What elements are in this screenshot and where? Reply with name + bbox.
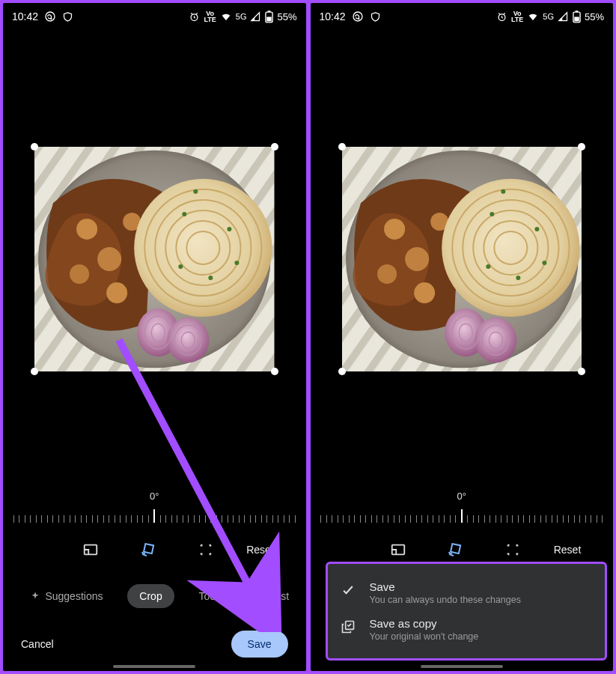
crop-area[interactable] xyxy=(342,147,582,371)
reset-button[interactable]: Reset xyxy=(246,544,274,556)
svg-point-12 xyxy=(106,282,127,303)
reset-button[interactable]: Reset xyxy=(554,544,582,556)
tab-crop[interactable]: Crop xyxy=(127,584,174,608)
crop-tools-row: Reset xyxy=(311,536,614,563)
save-options-popup: Save You can always undo these changes S… xyxy=(326,562,608,661)
whatsapp-icon xyxy=(44,10,56,22)
rotation-slider[interactable]: 0° xyxy=(311,491,614,523)
rotation-slider[interactable]: 0° xyxy=(3,491,306,523)
wifi-icon xyxy=(220,10,232,22)
status-time: 10:42 xyxy=(12,10,38,22)
free-transform-button[interactable] xyxy=(189,536,222,563)
crop-handle-tr[interactable] xyxy=(578,143,585,151)
svg-point-55 xyxy=(490,212,494,216)
svg-point-24 xyxy=(234,261,239,265)
crop-area[interactable] xyxy=(34,147,275,371)
alarm-icon xyxy=(189,11,200,22)
save-copy-title: Save as copy xyxy=(370,617,479,630)
status-bar: 10:42 Vo LTE 5G xyxy=(3,3,306,30)
svg-point-57 xyxy=(516,276,520,280)
svg-rect-3 xyxy=(268,10,271,12)
tab-adjust[interactable]: Adjust xyxy=(248,584,301,608)
whatsapp-icon xyxy=(352,10,364,22)
svg-point-59 xyxy=(542,261,546,265)
volte-icon: Vo LTE xyxy=(204,10,216,22)
cancel-button[interactable]: Cancel xyxy=(21,638,54,650)
svg-point-21 xyxy=(227,227,231,231)
copy-icon xyxy=(340,617,356,634)
rotation-value: 0° xyxy=(3,491,306,502)
svg-point-0 xyxy=(46,12,55,21)
svg-point-27 xyxy=(167,318,209,362)
network-label: 5G xyxy=(236,12,247,21)
rotate-button[interactable] xyxy=(439,536,472,563)
battery-pct: 55% xyxy=(585,11,604,22)
svg-point-11 xyxy=(70,264,89,284)
save-button[interactable]: Save xyxy=(231,631,288,658)
svg-point-25 xyxy=(193,189,198,194)
rotation-ticks[interactable] xyxy=(311,506,614,523)
save-option[interactable]: Save You can always undo these changes xyxy=(335,574,598,611)
svg-rect-68 xyxy=(451,544,460,553)
crop-handle-tl[interactable] xyxy=(31,143,38,151)
svg-point-10 xyxy=(97,247,121,271)
battery-icon xyxy=(265,10,273,23)
shield-icon xyxy=(62,11,73,22)
tab-adjust-label: Adjust xyxy=(260,590,289,602)
phone-screenshot-left: 10:42 Vo LTE 5G xyxy=(3,3,306,671)
crop-handle-br[interactable] xyxy=(271,368,278,375)
tab-crop-label: Crop xyxy=(139,590,162,602)
rotation-value: 0° xyxy=(311,491,614,502)
tab-suggestions-label: Suggestions xyxy=(45,590,103,602)
svg-rect-38 xyxy=(576,10,579,12)
signal-icon xyxy=(250,11,261,22)
aspect-ratio-button[interactable] xyxy=(74,536,107,563)
save-option-sub: You can always undo these changes xyxy=(370,595,521,605)
sparkle-icon xyxy=(30,591,40,601)
aspect-ratio-button[interactable] xyxy=(382,536,415,563)
nav-bar-pill[interactable] xyxy=(113,665,195,668)
network-label: 5G xyxy=(543,12,554,21)
crop-handle-br[interactable] xyxy=(578,368,585,375)
wifi-icon xyxy=(527,10,539,22)
svg-point-35 xyxy=(353,12,362,21)
status-time: 10:42 xyxy=(320,10,346,22)
crop-handle-tr[interactable] xyxy=(271,143,278,151)
shield-icon xyxy=(370,11,381,22)
svg-point-23 xyxy=(178,264,183,269)
tab-tools[interactable]: Tools xyxy=(187,584,236,608)
tab-suggestions[interactable]: Suggestions xyxy=(18,584,115,608)
check-icon xyxy=(340,580,356,598)
svg-point-60 xyxy=(501,189,505,194)
svg-point-44 xyxy=(384,219,405,240)
editor-tabs: Suggestions Crop Tools Adjust xyxy=(3,584,306,608)
battery-pct: 55% xyxy=(277,11,296,22)
nav-bar-pill[interactable] xyxy=(421,665,503,668)
phone-screenshot-right: 10:42 Vo LTE 5G xyxy=(311,3,614,671)
svg-point-20 xyxy=(182,212,186,216)
svg-point-47 xyxy=(414,282,435,303)
photo-preview[interactable] xyxy=(34,147,275,371)
crop-handle-tl[interactable] xyxy=(338,143,346,151)
tab-tools-label: Tools xyxy=(199,590,224,602)
crop-handle-bl[interactable] xyxy=(338,368,346,375)
volte-icon: Vo LTE xyxy=(511,10,523,22)
rotation-ticks[interactable] xyxy=(3,506,306,523)
alarm-icon xyxy=(496,11,507,22)
free-transform-button[interactable] xyxy=(496,536,529,563)
svg-point-45 xyxy=(405,247,429,271)
action-bar: Cancel Save xyxy=(3,631,306,658)
save-as-copy-option[interactable]: Save as copy Your original won't change xyxy=(335,611,598,648)
rotate-button[interactable] xyxy=(132,536,165,563)
signal-icon xyxy=(558,11,569,22)
svg-point-9 xyxy=(76,219,97,240)
save-option-title: Save xyxy=(370,580,521,593)
crop-tools-row: Reset xyxy=(3,536,306,563)
svg-point-58 xyxy=(486,264,490,269)
battery-icon xyxy=(573,10,581,23)
crop-handle-bl[interactable] xyxy=(31,368,38,375)
photo-preview[interactable] xyxy=(342,147,582,371)
save-copy-sub: Your original won't change xyxy=(370,631,479,642)
svg-point-46 xyxy=(377,264,397,284)
svg-point-22 xyxy=(208,276,213,280)
